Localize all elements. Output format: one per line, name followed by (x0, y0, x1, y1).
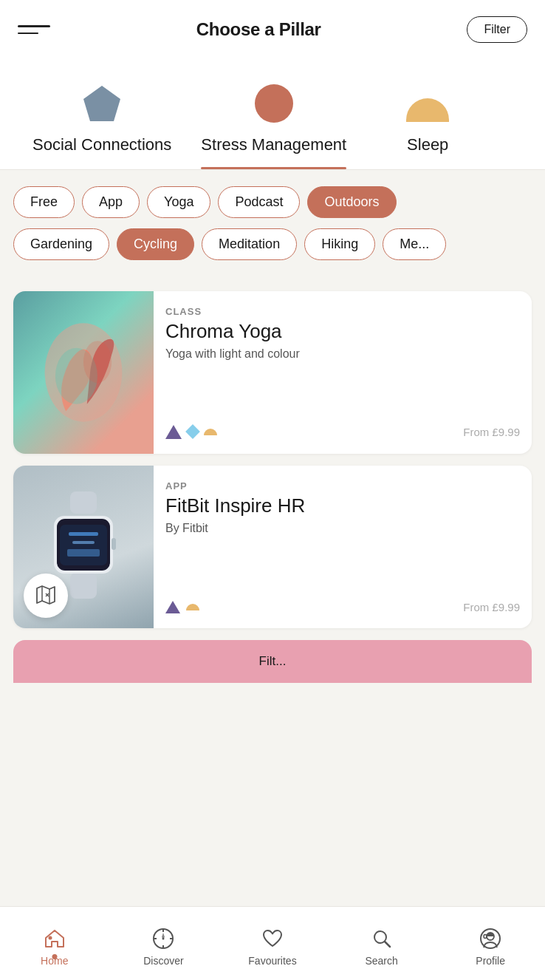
pillar-stress[interactable]: Stress Management (186, 74, 361, 169)
pillars-section: Social Connections Stress Management Sle… (0, 59, 545, 170)
social-icon (80, 81, 124, 126)
svg-rect-9 (69, 532, 98, 536)
pillar-social[interactable]: Social Connections (18, 74, 186, 169)
card-fitbit-image (13, 466, 154, 628)
pink-banner-text: Filt... (259, 654, 287, 669)
svg-rect-8 (60, 525, 107, 565)
chip-me[interactable]: Me... (383, 228, 446, 260)
chip-app[interactable]: App (82, 186, 140, 218)
card-yoga-title: Chroma Yoga (165, 320, 520, 343)
chip-hiking[interactable]: Hiking (304, 228, 375, 260)
profile-icon (478, 926, 503, 951)
pillar-sleep-label: Sleep (407, 135, 448, 155)
bottom-nav: Home Discover Favourites (0, 906, 545, 980)
pillars-scroll: Social Connections Stress Management Sle… (0, 67, 545, 169)
chip-podcast[interactable]: Podcast (218, 186, 300, 218)
nav-home-dot (52, 954, 57, 959)
card-fitbit-content: APP FitBit Inspire HR By Fitbit From £9.… (154, 466, 532, 628)
card-yoga-image (13, 291, 154, 454)
nav-search-label: Search (365, 955, 397, 967)
svg-rect-10 (72, 541, 95, 544)
filter-row-2: Gardening Cycling Meditation Hiking Me..… (13, 228, 532, 262)
pillar-social-label: Social Connections (32, 135, 171, 155)
svg-point-17 (48, 936, 52, 940)
card-yoga-type: CLASS (165, 306, 520, 317)
card-yoga-price: From £9.99 (463, 426, 520, 438)
filter-row-1: Free App Yoga Podcast Outdoors (13, 186, 532, 220)
nav-home[interactable]: Home (0, 907, 109, 980)
chip-meditation[interactable]: Meditation (202, 228, 297, 260)
card-fitbit-title: FitBit Inspire HR (165, 494, 520, 517)
card-fitbit-footer: From £9.99 (165, 601, 520, 613)
card-fitbit-subtitle: By Fitbit (165, 522, 520, 535)
chip-yoga[interactable]: Yoga (147, 186, 210, 218)
chip-free[interactable]: Free (13, 186, 75, 218)
card-yoga-subtitle: Yoga with light and colour (165, 347, 520, 361)
filter-button[interactable]: Filter (467, 16, 527, 43)
svg-marker-0 (83, 86, 120, 121)
card-yoga-footer: From £9.99 (165, 425, 520, 439)
card-fitbit-icons (165, 601, 199, 613)
search-icon (369, 926, 394, 951)
heart-icon (260, 926, 285, 951)
home-icon (42, 926, 67, 951)
nav-discover[interactable]: Discover (109, 907, 219, 980)
cards-section: CLASS Chroma Yoga Yoga with light and co… (0, 278, 545, 628)
nav-discover-label: Discover (143, 955, 183, 967)
card-yoga-icons (165, 425, 217, 439)
diamond-icon (185, 424, 200, 439)
card-fitbit-type: APP (165, 480, 520, 491)
triangle-icon (165, 425, 182, 439)
card-yoga-content: CLASS Chroma Yoga Yoga with light and co… (154, 291, 532, 454)
sleep-icon (405, 81, 450, 126)
stress-icon (252, 81, 296, 126)
card-fitbit[interactable]: APP FitBit Inspire HR By Fitbit From £9.… (13, 466, 532, 628)
svg-rect-4 (70, 491, 97, 514)
triangle-icon (165, 601, 180, 613)
semicircle-icon (186, 604, 199, 610)
nav-search[interactable]: Search (327, 907, 436, 980)
pillar-sleep[interactable]: Sleep (361, 74, 494, 169)
filter-section: Free App Yoga Podcast Outdoors Gardening… (0, 170, 545, 278)
semicircle-icon (204, 429, 217, 435)
svg-rect-5 (70, 573, 97, 599)
svg-line-25 (385, 942, 390, 947)
pillar-stress-label: Stress Management (201, 135, 346, 155)
chip-outdoors[interactable]: Outdoors (307, 186, 396, 218)
map-badge (24, 574, 68, 618)
svg-rect-11 (67, 549, 100, 557)
nav-profile-label: Profile (476, 955, 505, 967)
header: Choose a Pillar Filter (0, 0, 545, 59)
nav-favourites[interactable]: Favourites (218, 907, 327, 980)
chip-gardening[interactable]: Gardening (13, 228, 109, 260)
hamburger-icon[interactable] (18, 25, 50, 34)
page-title: Choose a Pillar (196, 19, 321, 40)
svg-point-3 (83, 341, 112, 383)
svg-point-28 (484, 935, 487, 939)
card-chroma-yoga[interactable]: CLASS Chroma Yoga Yoga with light and co… (13, 291, 532, 454)
nav-profile[interactable]: Profile (436, 907, 545, 980)
svg-rect-12 (112, 538, 116, 550)
pink-banner[interactable]: Filt... (13, 640, 532, 683)
nav-favourites-label: Favourites (248, 955, 296, 967)
card-fitbit-price: From £9.99 (463, 601, 520, 613)
chip-cycling[interactable]: Cycling (117, 228, 194, 260)
discover-icon (151, 926, 176, 951)
